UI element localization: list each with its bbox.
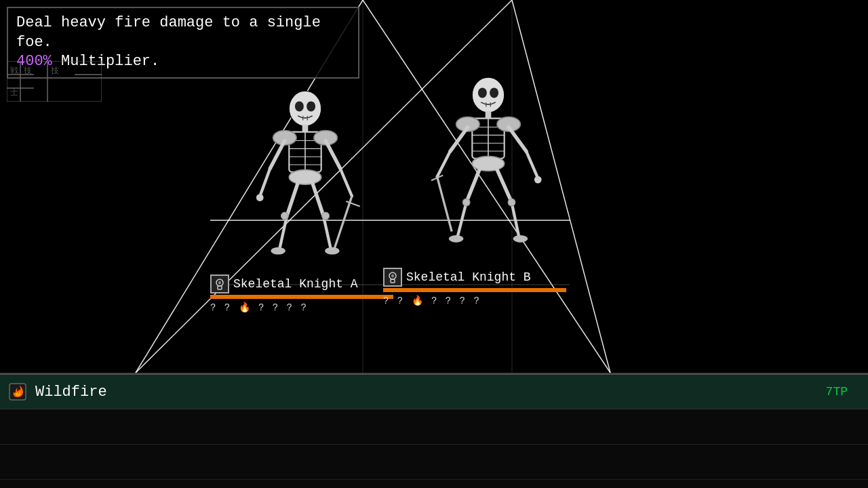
- svg-text:士: 士: [10, 87, 18, 97]
- enemy-a-stats: ? ? 🔥 ? ? ? ?: [210, 302, 308, 313]
- svg-point-82: [391, 274, 394, 278]
- enemy-a-icon: [210, 274, 229, 293]
- svg-line-63: [437, 151, 450, 177]
- svg-point-49: [478, 87, 487, 98]
- svg-text:戦: 戦: [10, 66, 18, 75]
- svg-line-70: [458, 202, 467, 237]
- svg-line-33: [260, 168, 270, 196]
- svg-rect-83: [391, 279, 395, 283]
- svg-line-41: [313, 183, 323, 216]
- svg-text:技: 技: [50, 66, 59, 75]
- svg-point-18: [289, 91, 321, 126]
- enemy-b-name: Skeletal Knight B: [406, 270, 531, 284]
- svg-line-62: [450, 127, 468, 152]
- enemy-plate-b: Skeletal Knight B ? ? 🔥 ? ? ? ?: [383, 268, 566, 306]
- svg-point-68: [472, 157, 504, 171]
- svg-line-32: [270, 141, 285, 169]
- enemy-b-hp-fill: [383, 288, 566, 292]
- svg-rect-80: [218, 286, 222, 289]
- svg-point-75: [462, 199, 470, 206]
- svg-line-71: [497, 169, 512, 202]
- svg-point-38: [289, 170, 321, 185]
- enemy-a-name: Skeletal Knight A: [233, 277, 358, 291]
- svg-point-48: [472, 77, 504, 113]
- svg-point-20: [307, 101, 315, 111]
- skill-row-empty-1: [0, 409, 868, 445]
- svg-line-39: [287, 183, 298, 216]
- svg-point-74: [513, 235, 528, 243]
- wildfire-skill-tp: 7TP: [826, 385, 848, 399]
- svg-line-42: [323, 216, 331, 248]
- svg-point-47: [256, 194, 264, 201]
- enemy-b-icon: [383, 268, 402, 287]
- svg-line-64: [509, 127, 526, 152]
- svg-point-45: [281, 212, 288, 220]
- svg-point-19: [295, 101, 304, 111]
- svg-point-46: [322, 212, 330, 220]
- svg-point-73: [449, 235, 464, 243]
- svg-point-43: [271, 247, 285, 255]
- skill-row-empty-2: [0, 445, 868, 480]
- enemy-b-name-row: Skeletal Knight B: [383, 268, 531, 287]
- svg-line-34: [326, 141, 340, 169]
- wildfire-icon: [7, 381, 28, 403]
- svg-rect-23: [302, 125, 309, 132]
- svg-line-65: [526, 151, 538, 178]
- skill-row-wildfire[interactable]: Wildfire 7TP: [0, 374, 868, 409]
- skeleton-a-sprite: [244, 88, 366, 278]
- svg-point-79: [218, 281, 221, 285]
- description-line1: Deal heavy fire damage to a single foe.: [16, 14, 350, 52]
- battle-area: Deal heavy fire damage to a single foe. …: [0, 0, 868, 373]
- svg-rect-53: [486, 111, 492, 119]
- wildfire-skill-name: Wildfire: [35, 384, 826, 401]
- svg-line-69: [467, 169, 479, 202]
- svg-point-77: [534, 176, 542, 184]
- svg-text:技: 技: [23, 66, 32, 75]
- svg-line-36: [334, 196, 352, 249]
- skeleton-b-sprite: [427, 75, 549, 264]
- svg-point-50: [490, 87, 498, 98]
- svg-line-40: [279, 216, 287, 248]
- enemy-a-hp-fill: [210, 295, 393, 299]
- corner-decoration: 戦 技 技 士: [7, 61, 102, 102]
- enemy-a-name-row: Skeletal Knight A: [210, 274, 358, 293]
- svg-point-76: [508, 199, 515, 206]
- svg-line-66: [437, 177, 452, 232]
- svg-line-35: [340, 168, 352, 196]
- skill-panel: Wildfire 7TP: [0, 373, 868, 488]
- svg-line-72: [511, 202, 519, 237]
- svg-point-44: [325, 247, 340, 255]
- enemy-plate-a: Skeletal Knight A ? ? 🔥 ? ? ? ?: [210, 274, 393, 313]
- enemy-b-stats: ? ? 🔥 ? ? ? ?: [383, 295, 481, 306]
- enemy-b-hp-bar: [383, 288, 566, 292]
- enemy-a-hp-bar: [210, 295, 393, 299]
